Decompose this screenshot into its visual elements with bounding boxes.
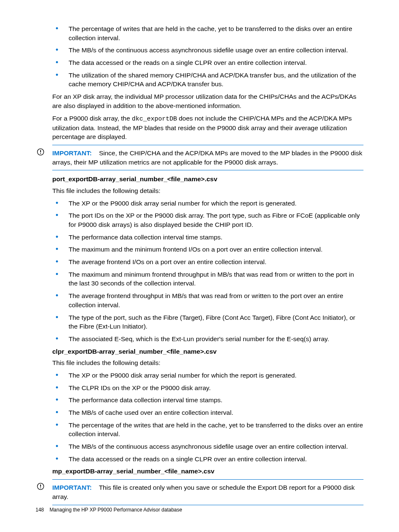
important-callout: IMPORTANT: This file is created only whe… (52, 479, 363, 505)
section1-bullet-list: The XP or the P9000 disk array serial nu… (52, 199, 363, 344)
important-icon (37, 483, 44, 493)
list-item: The performance data collection interval… (52, 396, 363, 405)
list-item: The maximum and the minimum frontend I/O… (52, 245, 363, 254)
list-item: The data accessed or the reads on a sing… (52, 58, 363, 67)
section-heading: port_exportDB-array_serial_number_<file_… (52, 175, 363, 184)
important-callout: IMPORTANT: Since, the CHIP/CHA and the A… (52, 145, 363, 170)
list-item: The performance data collection interval… (52, 233, 363, 242)
page-footer: 148 Managing the HP XP P9000 Performance… (36, 506, 182, 514)
page-content: The percentage of writes that are held i… (0, 0, 399, 505)
list-item: The XP or the P9000 disk array serial nu… (52, 199, 363, 208)
footer-title: Managing the HP XP P9000 Performance Adv… (49, 507, 182, 513)
list-item: The associated E-Seq, which is the Ext-L… (52, 334, 363, 344)
paragraph: This file includes the following details… (52, 186, 363, 195)
important-text: Since, the CHIP/CHA and the ACP/DKA MPs … (52, 149, 362, 166)
section-heading: clpr_exportDB-array_serial_number_<file_… (52, 347, 363, 356)
list-item: The MB/s of cache used over an entire co… (52, 408, 363, 417)
list-item: The data accessed or the reads on a sing… (52, 455, 363, 464)
page-number: 148 (36, 507, 44, 513)
list-item: The MB/s of the continuous access asynch… (52, 46, 363, 55)
section-heading: mp_exportDB-array_serial_number_<file_na… (52, 467, 363, 476)
paragraph: This file includes the following details… (52, 358, 363, 368)
important-label: IMPORTANT: (52, 149, 92, 157)
list-item: The utilization of the shared memory CHI… (52, 71, 363, 89)
list-item: The percentage of writes that are held i… (52, 24, 363, 42)
top-bullet-list: The percentage of writes that are held i… (52, 24, 363, 89)
list-item: The maximum and minimum frontend through… (52, 270, 363, 288)
important-icon (37, 148, 44, 158)
important-text (94, 149, 99, 157)
text-fragment: For a P9000 disk array, the (52, 115, 132, 122)
important-label: IMPORTANT: (52, 484, 92, 491)
list-item: The average frontend throughput in MB/s … (52, 291, 363, 309)
list-item: The MB/s of the continuous access asynch… (52, 442, 363, 451)
list-item: The percentage of the writes that are he… (52, 421, 363, 439)
paragraph: For an XP disk array, the individual MP … (52, 92, 363, 110)
svg-rect-1 (40, 150, 41, 152)
list-item: The average frontend I/Os on a port over… (52, 257, 363, 267)
list-item: The XP or the P9000 disk array serial nu… (52, 371, 363, 380)
paragraph: For a P9000 disk array, the dkc_exportDB… (52, 114, 363, 141)
svg-rect-5 (40, 488, 41, 488)
list-item: The CLPR IDs on the XP or the P9000 disk… (52, 383, 363, 393)
svg-rect-4 (40, 485, 41, 487)
svg-rect-2 (40, 153, 41, 154)
section2-bullet-list: The XP or the P9000 disk array serial nu… (52, 371, 363, 464)
list-item: The type of the port, such as the Fibre … (52, 313, 363, 331)
important-text (94, 484, 99, 491)
list-item: The port IDs on the XP or the P9000 disk… (52, 211, 363, 229)
code-text: dkc_exportDB (132, 116, 177, 123)
